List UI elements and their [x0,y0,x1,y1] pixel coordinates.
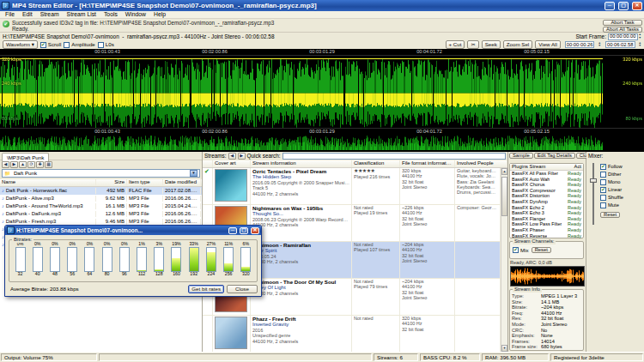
get-bit-rates-button[interactable]: Get bit rates [188,285,224,293]
l0s-checkbox[interactable]: L0s [98,41,114,47]
menu-item-file[interactable]: File [4,11,15,18]
mixer-reset-button[interactable]: Reset [600,212,620,218]
cursor-time-spinner[interactable]: ▲▼ [598,42,600,48]
bitrate-kbps: 112 [134,272,150,277]
browser-column-header[interactable]: Date modified [163,179,201,186]
menu-item-edit[interactable]: Edit [21,11,33,18]
menu-item-stream-list[interactable]: Stream List [66,11,97,18]
menu-item-tools[interactable]: Tools [103,11,118,18]
stream-column-header[interactable]: Involved People [455,160,507,167]
abort-task-button[interactable]: Abort Task [603,20,642,26]
plugin-row[interactable]: BassFX PhaserReady [510,227,583,233]
dialog-minimize-button[interactable]: ─ [228,227,237,234]
browser-column-header[interactable]: Size [96,179,127,186]
start-frame-field[interactable]: 00:00:00.00 [608,33,638,40]
plugin-row[interactable]: BassFX Echo 3Ready [510,210,583,216]
plugin-row[interactable]: BassFX Echo 2Ready [510,205,583,211]
waveform-mode-button[interactable]: Waveform ▾ [3,40,38,49]
browser-column-header[interactable]: Item type [127,179,163,186]
plugin-row[interactable]: BassFX CompressorReady [510,188,583,194]
start-frame-spinner[interactable]: ▲▼ [639,33,641,39]
scrollbar-thumb[interactable] [501,177,507,216]
stream-column-header[interactable]: Classification [352,160,400,167]
mixer-option-shuffle[interactable]: Shuffle [600,194,643,202]
dialog-title-bar[interactable]: ♪ H:\TEMP\MP4SE Snapshot Demo\07-ovnimoo… [5,226,261,235]
mixer-option-mute[interactable]: Mute [600,202,643,209]
waveform-canvas[interactable] [0,56,644,128]
dialog-close-button[interactable]: ✕ [251,227,259,234]
mixer-option-mono[interactable]: Mono [600,178,643,186]
plugin-row[interactable]: BassFX DynAmpReady [510,199,583,205]
info-value: 44100 Hz [541,311,581,317]
maximize-button[interactable]: ▢ [618,2,629,10]
plugin-row[interactable]: BassFX All Pass FilterReady [510,171,583,177]
close-button[interactable]: ✕ [632,2,642,10]
plugin-row[interactable]: BassFX Auto WahReady [510,177,583,183]
cut-button[interactable]: + Cut [446,40,465,49]
stream-row[interactable]: ✔Ozric Tentacles - Pixel DreamThe Hidden… [203,168,501,205]
scroll-checkbox[interactable]: ✔Scroll [40,41,61,47]
file-row[interactable]: ♪DaftPunk - DaFunk.mp312.6 MBMP3 File201… [0,210,202,218]
folder-combo[interactable]: 📁 Daft Punk ▼ [2,169,200,178]
menu-item-help[interactable]: Help [153,11,167,18]
new-folder-icon[interactable]: ✚ [36,161,44,168]
plugin-row[interactable]: BassFX Low Pass FilterReady [510,221,583,227]
forward-icon[interactable]: ▶ [10,161,18,168]
scroll-down-icon[interactable]: ▼ [501,345,507,352]
abort-all-tasks-button[interactable]: Abort All Tasks [603,27,642,33]
window-title: MP4 Stream Editor - [H:\TEMP\MP4SE Snaps… [12,2,601,9]
slider-thumb[interactable] [590,178,597,183]
dialog-close-action-button[interactable]: Close [227,285,258,293]
edit-tag-details-button[interactable]: Edit Tag Details [534,153,575,159]
browser-tab[interactable]: \MP3\Daft Punk [2,153,49,161]
volume-slider[interactable] [590,163,597,225]
view-mode-icon[interactable]: ▦ [45,161,52,168]
streams-scrollbar[interactable]: ▲ ▼ [501,168,507,352]
overview-canvas[interactable] [0,135,644,152]
stream-row[interactable]: Phazz - Free DriftInverted Gravity2016Un… [203,316,501,352]
menu-item-window[interactable]: Window [125,11,147,18]
seek-button[interactable]: Seek [482,40,501,49]
minimize-button[interactable]: ─ [605,2,615,10]
mix-checkbox[interactable]: ✔Mix [513,247,529,253]
view-all-button[interactable]: View All [535,40,561,49]
back-icon[interactable]: ◀ [2,161,9,168]
end-time-spinner[interactable]: ▲▼ [639,42,641,48]
file-row[interactable]: ♪Daft Punk - Homework.flac492 MBFLAC Fil… [0,187,202,195]
up-folder-icon[interactable]: ▲ [19,161,27,168]
amplitude-checkbox[interactable]: Amplitude [64,41,95,47]
scroll-up-icon[interactable]: ▲ [501,168,507,175]
menu-item-stream[interactable]: Stream [39,11,60,18]
browser-column-header[interactable]: Name [0,179,96,186]
refresh-icon[interactable]: ⟳ [27,161,35,168]
file-row[interactable]: ♪DaftPunk - Around TheWorld.mp316.1 MBMP… [0,202,202,210]
dialog-maximize-button[interactable]: ▢ [240,227,248,234]
file-date: 2017.02.08. 4:00 [163,188,201,194]
quick-search-input[interactable] [283,153,506,160]
stream-cover-cell [213,168,251,204]
mixer-option-dither[interactable]: Dither [600,171,643,178]
zoom-selection-button[interactable]: Zoom Sel [503,40,532,49]
stream-column-header[interactable] [203,160,213,167]
sample-button[interactable]: Sample [509,153,533,159]
plugin-row[interactable]: BassFX ChorusReady [510,182,583,188]
plugin-row[interactable]: BassFX DistortionReady [510,193,583,199]
stream-column-header[interactable]: Stream information [251,160,352,167]
prev-stream-icon[interactable]: ◀ [228,153,236,160]
next-stream-icon[interactable]: ▶ [238,153,246,160]
scissors-button[interactable]: ✂ [467,40,478,49]
file-row[interactable]: ♪DaftPunk - Alive.mp39.62 MBMP3 File2016… [0,195,202,202]
cursor-time-field[interactable]: 00:00:00.26 [565,41,595,48]
streams-count-status: Streams: 6 [374,353,418,361]
channels-reset-button[interactable]: Reset [532,247,551,253]
mixer-option-linear[interactable]: ✔Linear [600,186,643,194]
stream-status-cell: ✔ [203,168,213,204]
mixer-option-follow[interactable]: ✔Follow [600,163,643,171]
checkbox-icon [98,42,104,48]
plugin-row[interactable]: BassFX FlangerReady [510,216,583,222]
file-name: DaftPunk - Around TheWorld.mp3 [6,203,83,208]
chevron-down-icon[interactable]: ▼ [190,170,197,177]
stream-column-header[interactable]: Cover art [213,160,251,167]
stream-column-header[interactable]: File format information [400,160,455,167]
end-time-field[interactable]: 00:06:02.58 [605,41,635,48]
